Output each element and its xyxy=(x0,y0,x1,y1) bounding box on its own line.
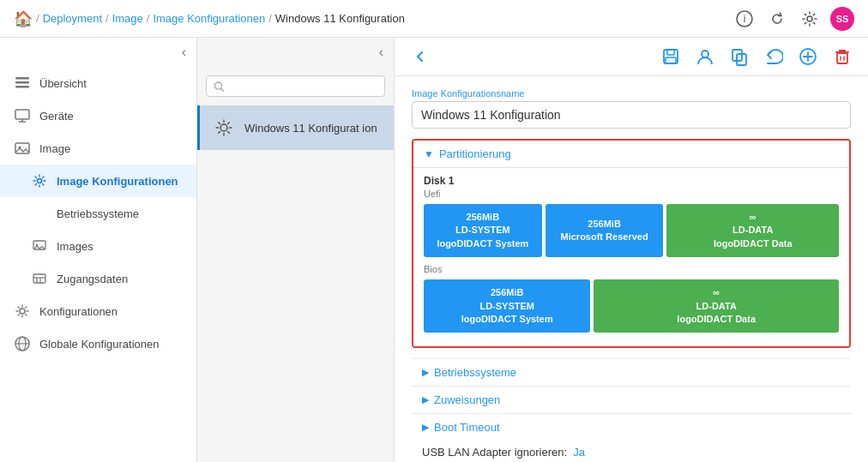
uefi-ld-system-name: LD-SYSTEM xyxy=(455,224,510,237)
disk1-bios-label: Bios xyxy=(424,264,839,274)
sidebar-item-betriebssysteme[interactable]: Betriebssysteme xyxy=(0,197,196,230)
sidebar-item-globale-konfigurationen-label: Globale Konfigurationen xyxy=(39,338,160,351)
sidebar-item-zugangsdaten[interactable]: Zugangsdaten xyxy=(0,262,196,295)
partitioning-header[interactable]: ▼ Partitionierung xyxy=(413,141,849,168)
info-button[interactable]: i xyxy=(732,7,756,31)
detail-toolbar xyxy=(395,38,868,76)
settings-button[interactable] xyxy=(798,7,822,31)
search-icon xyxy=(214,81,225,93)
middle-toggle-area: ‹ xyxy=(197,38,394,67)
os-icon xyxy=(31,205,48,222)
sidebar-item-image-konfigurationen-label: Image Konfigurationen xyxy=(57,175,178,188)
sidebar-item-uebersicht[interactable]: Übersicht xyxy=(0,67,196,99)
toolbar-left xyxy=(408,45,432,69)
sidebar-item-images-label: Images xyxy=(57,240,93,253)
bios-partition-row: 256MiB LD-SYSTEM logoDIDACT System ∞ LD-… xyxy=(424,279,839,333)
image-icon xyxy=(14,140,31,157)
svg-point-28 xyxy=(702,51,708,57)
delete-button[interactable] xyxy=(830,45,854,69)
disk1-section: Disk 1 Uefi 256MiB LD-SYSTEM logoDIDACT … xyxy=(413,168,849,346)
settings-icon xyxy=(31,172,48,189)
betriebssysteme-chevron-icon: ▶ xyxy=(422,367,429,378)
middle-header xyxy=(197,67,394,105)
sidebar-item-betriebssysteme-label: Betriebssysteme xyxy=(57,207,139,220)
images-icon xyxy=(31,237,48,255)
refresh-button[interactable] xyxy=(765,7,789,31)
bios-ld-system-size: 256MiB xyxy=(491,286,524,299)
config-list-item[interactable]: Windows 11 Konfigurat ion xyxy=(197,105,394,150)
svg-rect-5 xyxy=(15,86,29,88)
bios-partition-ld-system: 256MiB LD-SYSTEM logoDIDACT System xyxy=(424,279,590,333)
top-bar: 🏠 / Deployment / Image / Image Konfigura… xyxy=(0,0,868,38)
field-label: Image Konfigurationsname xyxy=(412,88,851,99)
middle-collapse-button[interactable]: ‹ xyxy=(379,45,383,60)
bios-ld-data-name: LD-DATA xyxy=(696,300,737,313)
middle-panel: ‹ Windows 11 Konfigurat ion xyxy=(197,38,395,462)
zuweisungen-collapse[interactable]: ▶ Zuweisungen xyxy=(412,386,851,413)
uefi-partition-ld-system: 256MiB LD-SYSTEM logoDIDACT System xyxy=(424,204,542,257)
sidebar-item-image[interactable]: Image xyxy=(0,132,196,165)
user-button[interactable] xyxy=(693,45,717,69)
svg-point-2 xyxy=(807,16,812,21)
disk1-uefi-label: Uefi xyxy=(424,189,839,199)
search-box[interactable] xyxy=(206,75,385,97)
back-button[interactable] xyxy=(408,45,432,69)
usb-lan-value[interactable]: Ja xyxy=(573,446,585,459)
svg-rect-26 xyxy=(667,50,674,55)
sidebar-collapse-button[interactable]: ‹ xyxy=(182,45,186,60)
main-layout: ‹ Übersicht Geräte Image xyxy=(0,38,868,462)
uefi-ld-data-desc: logoDIDACT Data xyxy=(714,237,793,250)
avatar[interactable]: SS xyxy=(830,7,854,31)
sidebar-item-konfigurationen[interactable]: Konfigurationen xyxy=(0,295,196,327)
detail-content: Image Konfigurationsname Windows 11 Konf… xyxy=(395,76,868,462)
undo-button[interactable] xyxy=(762,45,786,69)
sidebar-item-geraete[interactable]: Geräte xyxy=(0,99,196,132)
svg-text:i: i xyxy=(744,13,746,25)
svg-line-23 xyxy=(221,88,224,91)
svg-rect-14 xyxy=(33,274,45,283)
list-icon xyxy=(14,75,31,92)
sidebar-item-image-konfigurationen[interactable]: Image Konfigurationen xyxy=(0,165,196,197)
boot-timeout-collapse-label: Boot Timeout xyxy=(434,421,500,434)
svg-point-24 xyxy=(220,124,227,131)
field-value-box: Windows 11 Konfiguration xyxy=(412,101,851,129)
bios-ld-system-name: LD-SYSTEM xyxy=(479,300,534,313)
save-button[interactable] xyxy=(659,45,683,69)
monitor-icon xyxy=(14,107,31,124)
toolbar-right xyxy=(659,45,854,69)
breadcrumb-deployment[interactable]: Deployment xyxy=(43,12,102,25)
bios-partition-ld-data: ∞ LD-DATA logoDIDACT Data xyxy=(594,279,839,333)
sidebar-item-images[interactable]: Images xyxy=(0,230,196,262)
sidebar-item-uebersicht-label: Übersicht xyxy=(39,77,87,90)
svg-rect-4 xyxy=(15,81,29,84)
svg-rect-34 xyxy=(837,53,847,63)
sidebar: ‹ Übersicht Geräte Image xyxy=(0,38,197,462)
detail-panel: Image Konfigurationsname Windows 11 Konf… xyxy=(395,38,868,462)
chevron-down-icon: ▼ xyxy=(424,148,434,160)
key-icon xyxy=(31,270,48,287)
betriebssysteme-collapse[interactable]: ▶ Betriebssysteme xyxy=(412,358,851,386)
uefi-ld-data-name: LD-DATA xyxy=(732,224,773,237)
uefi-partition-row: 256MiB LD-SYSTEM logoDIDACT System 256Mi… xyxy=(424,204,839,257)
uefi-ld-system-desc: logoDIDACT System xyxy=(437,237,528,250)
svg-point-11 xyxy=(38,179,42,183)
sidebar-item-image-label: Image xyxy=(39,142,70,155)
breadcrumb-image[interactable]: Image xyxy=(112,12,143,25)
breadcrumb-image-konfigurationen[interactable]: Image Konfigurationen xyxy=(153,12,265,25)
copy-button[interactable] xyxy=(727,45,751,69)
uefi-ld-data-size: ∞ xyxy=(750,211,756,224)
config-icon xyxy=(14,303,31,320)
sidebar-item-globale-konfigurationen[interactable]: Globale Konfigurationen xyxy=(0,327,196,360)
home-icon[interactable]: 🏠 xyxy=(14,9,33,28)
breadcrumb-windows11[interactable]: Windows 11 Konfiguration xyxy=(275,12,405,25)
breadcrumb: 🏠 / Deployment / Image / Image Konfigura… xyxy=(14,9,405,28)
usb-lan-line: USB LAN Adapter ignorieren: Ja xyxy=(412,441,851,462)
add-button[interactable] xyxy=(796,45,820,69)
sidebar-item-zugangsdaten-label: Zugangsdaten xyxy=(57,273,128,285)
uefi-partition-ms-reserved: 256MiB Microsoft Reserved xyxy=(546,204,664,257)
disk1-label: Disk 1 xyxy=(424,175,839,187)
uefi-partition-ld-data: ∞ LD-DATA logoDIDACT Data xyxy=(666,204,839,257)
boot-timeout-collapse[interactable]: ▶ Boot Timeout xyxy=(412,413,851,441)
config-item-label: Windows 11 Konfigurat ion xyxy=(244,122,377,135)
search-input[interactable] xyxy=(230,80,377,93)
